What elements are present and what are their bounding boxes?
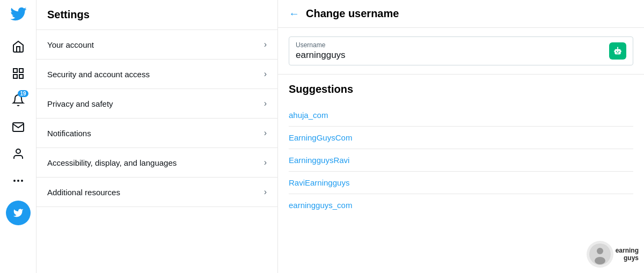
- username-input-inner: Username: [296, 41, 609, 61]
- change-username-header: ← Change username: [278, 0, 644, 28]
- svg-point-4: [16, 149, 20, 153]
- watermark-text: earning guys: [616, 247, 639, 262]
- chevron-right-icon: ›: [264, 158, 267, 167]
- page-title: Change username: [306, 8, 399, 20]
- username-section: Username: [278, 28, 644, 75]
- settings-title: Settings: [36, 0, 277, 30]
- watermark-line2: guys: [616, 254, 639, 262]
- sidebar: 19: [0, 0, 36, 273]
- settings-item-security[interactable]: Security and account access›: [36, 60, 277, 89]
- svg-rect-16: [620, 50, 621, 52]
- back-button[interactable]: ←: [289, 8, 299, 20]
- chevron-right-icon: ›: [264, 99, 267, 108]
- suggestion-item[interactable]: EarningGuysCom: [289, 127, 633, 149]
- suggestions-title: Suggestions: [289, 83, 633, 95]
- svg-rect-2: [19, 75, 23, 78]
- suggestions-list: ahuja_comEarningGuysComEarningguysRaviRa…: [289, 104, 633, 216]
- chevron-right-icon: ›: [264, 40, 267, 49]
- suggestion-item[interactable]: EarningguysRavi: [289, 149, 633, 172]
- suggestions-section: Suggestions ahuja_comEarningGuysComEarni…: [278, 75, 644, 225]
- suggestion-item[interactable]: RaviEarningguys: [289, 172, 633, 194]
- username-input[interactable]: [296, 50, 609, 61]
- watermark: earning guys: [587, 241, 639, 268]
- sidebar-notifications[interactable]: 19: [6, 88, 31, 113]
- settings-item-label: Accessibility, display, and languages: [47, 158, 177, 167]
- settings-item-label: Security and account access: [47, 70, 150, 79]
- sidebar-home[interactable]: [6, 34, 31, 59]
- username-input-wrapper: Username: [289, 36, 633, 65]
- svg-point-5: [18, 180, 19, 181]
- svg-point-7: [14, 180, 15, 181]
- chevron-right-icon: ›: [264, 128, 267, 138]
- chevron-right-icon: ›: [264, 69, 267, 79]
- svg-rect-12: [617, 53, 619, 53]
- watermark-avatar: [587, 241, 613, 268]
- settings-item-additional[interactable]: Additional resources›: [36, 178, 277, 207]
- suggestion-item[interactable]: earningguys_com: [289, 194, 633, 216]
- notification-count-badge: 19: [18, 90, 28, 97]
- settings-item-notifications[interactable]: Notifications›: [36, 119, 277, 148]
- twitter-logo[interactable]: [10, 5, 27, 25]
- watermark-line1: earning: [616, 247, 639, 254]
- svg-rect-8: [615, 49, 621, 54]
- settings-item-accessibility[interactable]: Accessibility, display, and languages›: [36, 148, 277, 178]
- settings-panel: Settings Your account›Security and accou…: [36, 0, 278, 273]
- username-label: Username: [296, 41, 609, 49]
- sidebar-profile[interactable]: [6, 142, 31, 166]
- svg-point-14: [617, 47, 618, 48]
- svg-point-18: [597, 248, 603, 254]
- svg-point-19: [595, 257, 605, 264]
- compose-button[interactable]: [6, 201, 31, 225]
- svg-point-11: [618, 51, 619, 52]
- svg-rect-0: [13, 69, 17, 72]
- svg-point-6: [21, 180, 23, 181]
- settings-menu: Your account›Security and account access…: [36, 30, 277, 273]
- settings-item-label: Privacy and safety: [47, 99, 113, 108]
- sidebar-messages[interactable]: [6, 115, 31, 139]
- svg-rect-3: [13, 75, 17, 78]
- settings-item-label: Your account: [47, 40, 94, 49]
- settings-item-your-account[interactable]: Your account›: [36, 30, 277, 60]
- svg-point-10: [616, 51, 617, 52]
- robot-icon-button[interactable]: [609, 42, 626, 60]
- chevron-right-icon: ›: [264, 187, 267, 197]
- settings-item-label: Notifications: [47, 129, 91, 138]
- svg-rect-15: [614, 50, 615, 52]
- suggestion-item[interactable]: ahuja_com: [289, 104, 633, 127]
- main-content: ← Change username Username: [278, 0, 644, 273]
- svg-rect-1: [19, 69, 23, 72]
- sidebar-more[interactable]: [6, 168, 31, 193]
- settings-item-label: Additional resources: [47, 188, 120, 197]
- settings-item-privacy[interactable]: Privacy and safety›: [36, 89, 277, 119]
- sidebar-explore[interactable]: [6, 61, 31, 86]
